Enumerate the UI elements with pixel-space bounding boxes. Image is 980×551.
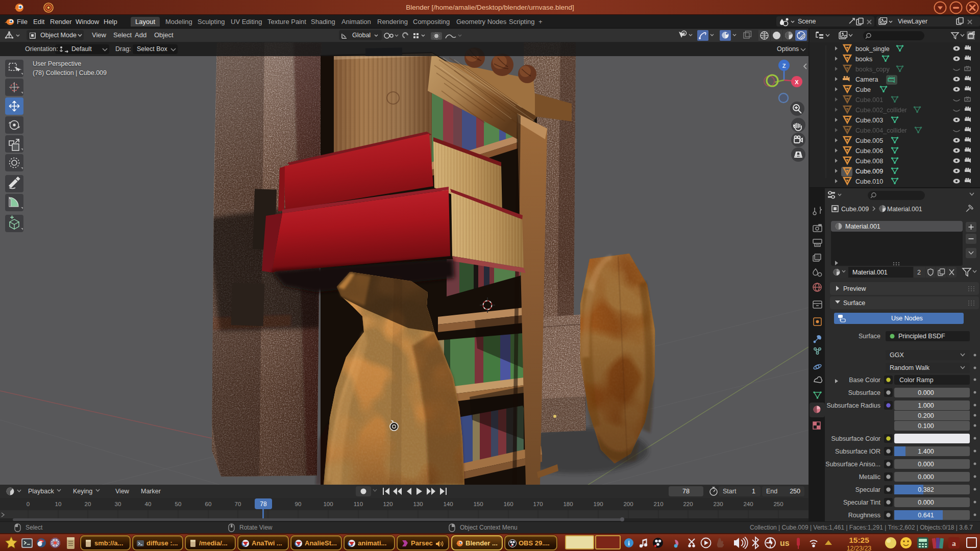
svg-text:books_copy: books_copy bbox=[855, 66, 890, 73]
svg-text:0.000: 0.000 bbox=[918, 499, 934, 506]
svg-text:0.000: 0.000 bbox=[918, 389, 934, 396]
svg-text:0.641: 0.641 bbox=[918, 512, 934, 519]
svg-text:0: 0 bbox=[27, 501, 30, 507]
svg-text:240: 240 bbox=[743, 501, 753, 507]
svg-text:Cube.006: Cube.006 bbox=[855, 147, 883, 155]
svg-text:GGX: GGX bbox=[890, 352, 904, 359]
svg-text:Metallic: Metallic bbox=[859, 473, 880, 481]
svg-text:100: 100 bbox=[323, 501, 333, 507]
svg-text:X: X bbox=[795, 79, 799, 85]
svg-text:books: books bbox=[855, 56, 872, 63]
svg-text:30: 30 bbox=[115, 501, 121, 507]
svg-text:220: 220 bbox=[683, 501, 693, 507]
svg-text:0.200: 0.200 bbox=[918, 412, 934, 419]
svg-text:12/23/23: 12/23/23 bbox=[847, 545, 872, 551]
svg-text:Material.001: Material.001 bbox=[845, 223, 880, 230]
svg-text:Specular: Specular bbox=[855, 486, 880, 493]
svg-text:150: 150 bbox=[473, 501, 483, 507]
svg-text:78: 78 bbox=[260, 500, 267, 508]
svg-text:Preview: Preview bbox=[843, 285, 866, 292]
svg-text:us: us bbox=[780, 539, 790, 547]
svg-text:180: 180 bbox=[563, 501, 573, 507]
svg-text:0.100: 0.100 bbox=[918, 422, 934, 430]
svg-text:Cube.003: Cube.003 bbox=[855, 117, 883, 124]
svg-text:120: 120 bbox=[383, 501, 393, 507]
svg-text:End: End bbox=[766, 488, 777, 495]
svg-text:15:25: 15:25 bbox=[849, 536, 869, 544]
svg-text:1.400: 1.400 bbox=[918, 448, 934, 455]
svg-text:130: 130 bbox=[413, 501, 423, 507]
svg-text:230: 230 bbox=[713, 501, 723, 507]
svg-text:20: 20 bbox=[85, 501, 91, 507]
svg-text:Cube: Cube bbox=[855, 86, 871, 93]
svg-text:50: 50 bbox=[175, 501, 182, 507]
svg-text:Cube.009: Cube.009 bbox=[855, 168, 883, 175]
svg-text:70: 70 bbox=[235, 501, 241, 507]
svg-text:1.000: 1.000 bbox=[918, 402, 934, 409]
svg-text:10: 10 bbox=[55, 501, 62, 507]
svg-text:200: 200 bbox=[623, 501, 633, 507]
svg-text:a: a bbox=[952, 539, 956, 547]
svg-text:Use Nodes: Use Nodes bbox=[891, 315, 923, 322]
svg-text:Cube.005: Cube.005 bbox=[855, 137, 883, 144]
svg-text:210: 210 bbox=[653, 501, 663, 507]
svg-text:0.000: 0.000 bbox=[918, 461, 934, 468]
svg-text:Cube.004_collider: Cube.004_collider bbox=[855, 127, 907, 134]
svg-text:Subsurface Radius: Subsurface Radius bbox=[826, 402, 880, 409]
svg-text:View: View bbox=[115, 488, 130, 495]
svg-text:90: 90 bbox=[295, 501, 302, 507]
svg-text:110: 110 bbox=[354, 501, 363, 507]
svg-text:250: 250 bbox=[790, 488, 800, 495]
svg-text:Marker: Marker bbox=[141, 488, 161, 495]
svg-text:i: i bbox=[628, 539, 630, 547]
svg-text:1: 1 bbox=[752, 488, 755, 495]
svg-text:0.000: 0.000 bbox=[918, 473, 934, 481]
svg-text:Cube.002_collider: Cube.002_collider bbox=[855, 107, 907, 114]
svg-text:Camera: Camera bbox=[855, 76, 878, 83]
svg-text:Cube.001: Cube.001 bbox=[855, 96, 883, 104]
svg-text:Specular Tint: Specular Tint bbox=[843, 499, 880, 506]
svg-text:Z: Z bbox=[782, 63, 786, 69]
svg-text:170: 170 bbox=[533, 501, 543, 507]
svg-text:60: 60 bbox=[205, 501, 212, 507]
svg-text:2: 2 bbox=[917, 269, 921, 276]
svg-text:Subsurface: Subsurface bbox=[848, 389, 880, 396]
svg-text:190: 190 bbox=[593, 501, 603, 507]
svg-text:78: 78 bbox=[682, 488, 690, 495]
svg-text:Start: Start bbox=[723, 488, 737, 495]
svg-text:Surface: Surface bbox=[859, 333, 880, 340]
svg-text:40: 40 bbox=[145, 501, 152, 507]
svg-text:Random Walk: Random Walk bbox=[890, 364, 930, 371]
svg-text:Cube.008: Cube.008 bbox=[855, 158, 883, 165]
svg-text:book_single: book_single bbox=[855, 45, 890, 53]
svg-text:0.382: 0.382 bbox=[918, 486, 934, 493]
svg-text:Principled BSDF: Principled BSDF bbox=[898, 333, 945, 340]
svg-text:Material.001: Material.001 bbox=[852, 269, 888, 276]
svg-text:Subsurface Color: Subsurface Color bbox=[831, 435, 880, 442]
svg-text:140: 140 bbox=[443, 501, 453, 507]
svg-text:250: 250 bbox=[773, 501, 783, 507]
svg-text:Subsurface Aniso...: Subsurface Aniso... bbox=[825, 461, 880, 468]
svg-text:Playback: Playback bbox=[28, 488, 54, 495]
svg-text:Cube.009: Cube.009 bbox=[841, 206, 869, 213]
svg-text:Cube.010: Cube.010 bbox=[855, 178, 883, 185]
svg-text:Surface: Surface bbox=[843, 299, 865, 307]
svg-text:Roughness: Roughness bbox=[848, 512, 880, 519]
svg-text:Keying: Keying bbox=[73, 488, 92, 495]
svg-text:Base Color: Base Color bbox=[849, 377, 880, 384]
svg-text:Subsurface IOR: Subsurface IOR bbox=[835, 448, 880, 455]
svg-text:Color Ramp: Color Ramp bbox=[899, 377, 934, 384]
svg-text:160: 160 bbox=[503, 501, 513, 507]
svg-text:Material.001: Material.001 bbox=[887, 206, 922, 213]
